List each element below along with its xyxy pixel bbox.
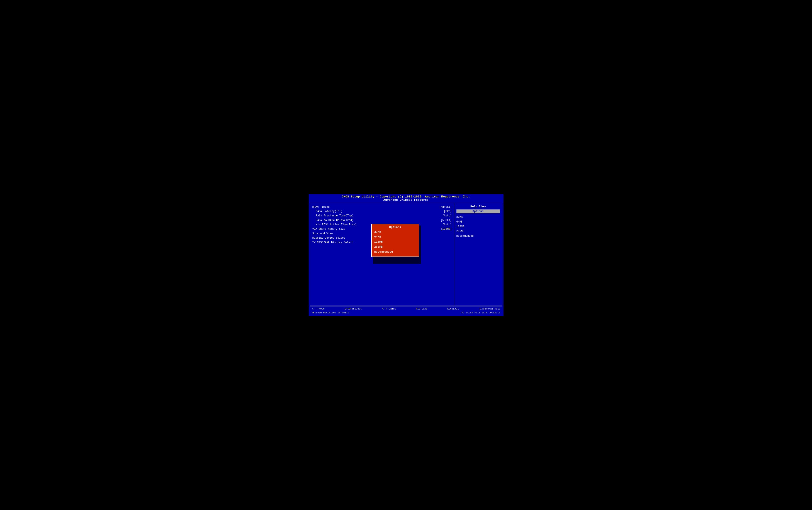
menu-item-3[interactable]: RAS# to CAS# Delay(Trcd)[5 CLK] — [312, 218, 452, 223]
footer-item-3: F10:Save — [416, 307, 427, 311]
menu-item-value-3: [5 CLK] — [441, 218, 452, 223]
footer-row2-item-1: F7 :Load Fail-Safe Defaults — [461, 311, 500, 315]
menu-item-label-1: CAS# Latency(Tcl) — [312, 209, 342, 214]
help-options: 32MB64MB128MB256MBRecommended — [456, 215, 500, 239]
menu-item-label-7: Display Device Select — [312, 236, 345, 240]
help-option-2: 128MB — [456, 225, 500, 229]
popup-item-0[interactable]: 32MB — [374, 230, 416, 235]
menu-item-1[interactable]: CAS# Latency(Tcl)[SPD] — [312, 209, 452, 214]
right-panel: Help Item Options 32MB64MB128MB256MBReco… — [454, 203, 502, 306]
menu-item-label-3: RAS# to CAS# Delay(Trcd) — [312, 218, 354, 223]
footer-item-5: F1:General Help — [479, 307, 500, 311]
menu-item-value-2: [Auto] — [442, 214, 452, 218]
help-title: Help Item — [456, 205, 500, 208]
footer-item-4: ESC:Exit — [447, 307, 459, 311]
footer-row1: ↑↓←→:MoveEnter:Select+/-/:ValueF10:SaveE… — [312, 307, 501, 311]
popup: Options 32MB64MB128MB256MBRecommended — [371, 224, 419, 257]
footer: ↑↓←→:MoveEnter:Select+/-/:ValueF10:SaveE… — [310, 306, 502, 315]
popup-item-4[interactable]: Recommended — [374, 250, 416, 255]
menu-item-label-4: Min RAS# Active Time(Tras) — [312, 223, 357, 227]
menu-item-label-6: Surround View — [312, 231, 333, 236]
header: CMOS Setup Utility - Copyright (C) 1985-… — [309, 194, 504, 202]
menu-item-2[interactable]: RAS# Precharge Time(Trp)[Auto] — [312, 214, 452, 218]
options-bar: Options — [456, 209, 500, 214]
menu-item-value-1: [SPD] — [444, 209, 452, 214]
menu-item-label-5: VGA Share Memory Size — [312, 227, 345, 231]
help-option-0: 32MB — [456, 215, 500, 220]
popup-item-2[interactable]: 128MB — [374, 239, 416, 245]
bios-screen: CMOS Setup Utility - Copyright (C) 1985-… — [308, 194, 504, 317]
header-title: CMOS Setup Utility - Copyright (C) 1985-… — [310, 195, 502, 198]
help-option-1: 64MB — [456, 220, 500, 225]
menu-item-label-0: DRAM Timing — [312, 205, 330, 209]
popup-item-3[interactable]: 256MB — [374, 245, 416, 250]
main-area: DRAM Timing[Manual]CAS# Latency(Tcl)[SPD… — [310, 203, 502, 306]
menu-item-value-5: [128MB] — [441, 227, 452, 231]
footer-item-1: Enter:Select — [344, 307, 362, 311]
help-option-4: Recommended — [456, 234, 500, 239]
menu-item-value-4: [Auto] — [442, 223, 452, 227]
menu-item-label-2: RAS# Precharge Time(Trp) — [312, 214, 354, 218]
footer-row2: F6:Load Optimized DefaultsF7 :Load Fail-… — [312, 311, 501, 315]
menu-item-0[interactable]: DRAM Timing[Manual] — [312, 205, 452, 209]
footer-item-2: +/-/:Value — [382, 307, 396, 311]
footer-row2-item-0: F6:Load Optimized Defaults — [312, 311, 349, 315]
popup-item-1[interactable]: 64MB — [374, 234, 416, 239]
help-option-3: 256MB — [456, 229, 500, 234]
menu-item-value-0: [Manual] — [439, 205, 452, 209]
popup-title: Options — [374, 226, 416, 229]
menu-item-label-8: TV NTSC/PAL Display Select — [312, 240, 353, 245]
header-subtitle: Advanced Chipset Features — [310, 198, 502, 202]
popup-items: 32MB64MB128MB256MBRecommended — [374, 230, 416, 255]
left-panel: DRAM Timing[Manual]CAS# Latency(Tcl)[SPD… — [310, 203, 454, 306]
footer-item-0: ↑↓←→:Move — [312, 307, 325, 311]
popup-overlay: Options 32MB64MB128MB256MBRecommended — [371, 224, 419, 257]
